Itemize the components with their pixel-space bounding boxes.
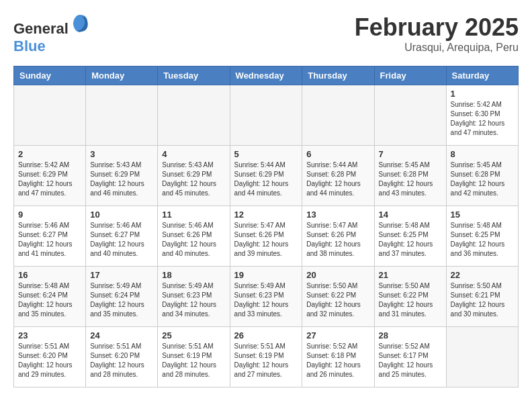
calendar-day-cell: 9Sunrise: 5:46 AM Sunset: 6:27 PM Daylig… — [14, 206, 86, 267]
calendar-day-cell: 2Sunrise: 5:42 AM Sunset: 6:29 PM Daylig… — [14, 146, 86, 206]
day-info: Sunrise: 5:44 AM Sunset: 6:29 PM Dayligh… — [234, 161, 298, 198]
calendar-day-cell: 20Sunrise: 5:50 AM Sunset: 6:22 PM Dayli… — [302, 267, 374, 327]
day-info: Sunrise: 5:49 AM Sunset: 6:23 PM Dayligh… — [162, 281, 225, 319]
day-number: 10 — [90, 210, 153, 220]
day-number: 21 — [379, 270, 442, 280]
day-info: Sunrise: 5:50 AM Sunset: 6:22 PM Dayligh… — [306, 281, 369, 319]
weekday-header-sunday: Sunday — [14, 66, 86, 85]
day-number: 16 — [18, 270, 81, 280]
day-number: 8 — [451, 149, 514, 159]
calendar-day-cell: 6Sunrise: 5:44 AM Sunset: 6:28 PM Daylig… — [302, 146, 374, 206]
day-number: 4 — [162, 149, 225, 159]
day-info: Sunrise: 5:50 AM Sunset: 6:21 PM Dayligh… — [451, 281, 514, 319]
day-info: Sunrise: 5:46 AM Sunset: 6:26 PM Dayligh… — [162, 221, 225, 259]
day-info: Sunrise: 5:52 AM Sunset: 6:17 PM Dayligh… — [379, 342, 442, 379]
day-number: 19 — [234, 270, 298, 280]
calendar-day-cell: 12Sunrise: 5:47 AM Sunset: 6:26 PM Dayli… — [230, 206, 302, 267]
calendar-day-cell: 24Sunrise: 5:51 AM Sunset: 6:20 PM Dayli… — [86, 327, 158, 387]
day-info: Sunrise: 5:51 AM Sunset: 6:19 PM Dayligh… — [234, 342, 298, 379]
day-info: Sunrise: 5:52 AM Sunset: 6:18 PM Dayligh… — [306, 342, 369, 379]
day-number: 26 — [234, 330, 298, 340]
weekday-header-tuesday: Tuesday — [158, 66, 230, 85]
page-header: General Blue February 2025 Urasqui, Areq… — [13, 13, 519, 55]
calendar-day-cell: 28Sunrise: 5:52 AM Sunset: 6:17 PM Dayli… — [374, 327, 446, 387]
calendar-day-cell: 19Sunrise: 5:49 AM Sunset: 6:23 PM Dayli… — [230, 267, 302, 327]
weekday-header-monday: Monday — [86, 66, 158, 85]
day-number: 14 — [379, 210, 442, 220]
day-number: 15 — [451, 210, 514, 220]
calendar-day-cell — [374, 85, 446, 146]
calendar-week-row: 1Sunrise: 5:42 AM Sunset: 6:30 PM Daylig… — [14, 85, 519, 146]
calendar-day-cell — [446, 327, 518, 387]
calendar-day-cell: 18Sunrise: 5:49 AM Sunset: 6:23 PM Dayli… — [158, 267, 230, 327]
calendar-week-row: 16Sunrise: 5:48 AM Sunset: 6:24 PM Dayli… — [14, 267, 519, 327]
day-info: Sunrise: 5:51 AM Sunset: 6:19 PM Dayligh… — [162, 342, 225, 379]
day-info: Sunrise: 5:51 AM Sunset: 6:20 PM Dayligh… — [90, 342, 153, 379]
calendar-day-cell: 7Sunrise: 5:45 AM Sunset: 6:28 PM Daylig… — [374, 146, 446, 206]
page-subtitle: Urasqui, Arequipa, Peru — [355, 42, 519, 54]
day-number: 13 — [306, 210, 369, 220]
day-number: 23 — [18, 330, 81, 340]
calendar-day-cell — [302, 85, 374, 146]
calendar-week-row: 2Sunrise: 5:42 AM Sunset: 6:29 PM Daylig… — [14, 146, 519, 206]
weekday-header-wednesday: Wednesday — [230, 66, 302, 85]
day-number: 24 — [90, 330, 153, 340]
calendar-week-row: 9Sunrise: 5:46 AM Sunset: 6:27 PM Daylig… — [14, 206, 519, 267]
calendar-day-cell: 10Sunrise: 5:46 AM Sunset: 6:27 PM Dayli… — [86, 206, 158, 267]
calendar-day-cell: 4Sunrise: 5:43 AM Sunset: 6:29 PM Daylig… — [158, 146, 230, 206]
logo-blue: Blue — [13, 38, 46, 54]
calendar-day-cell: 22Sunrise: 5:50 AM Sunset: 6:21 PM Dayli… — [446, 267, 518, 327]
day-number: 25 — [162, 330, 225, 340]
day-info: Sunrise: 5:43 AM Sunset: 6:29 PM Dayligh… — [90, 161, 153, 198]
calendar-day-cell — [158, 85, 230, 146]
day-info: Sunrise: 5:48 AM Sunset: 6:25 PM Dayligh… — [379, 221, 442, 259]
day-number: 27 — [306, 330, 369, 340]
day-info: Sunrise: 5:47 AM Sunset: 6:26 PM Dayligh… — [234, 221, 298, 259]
calendar-day-cell: 21Sunrise: 5:50 AM Sunset: 6:22 PM Dayli… — [374, 267, 446, 327]
day-info: Sunrise: 5:48 AM Sunset: 6:25 PM Dayligh… — [451, 221, 514, 259]
day-number: 2 — [18, 149, 81, 159]
day-info: Sunrise: 5:50 AM Sunset: 6:22 PM Dayligh… — [379, 281, 442, 319]
day-info: Sunrise: 5:46 AM Sunset: 6:27 PM Dayligh… — [18, 221, 81, 259]
day-number: 5 — [234, 149, 298, 159]
day-number: 6 — [306, 149, 369, 159]
day-number: 20 — [306, 270, 369, 280]
calendar-day-cell: 1Sunrise: 5:42 AM Sunset: 6:30 PM Daylig… — [446, 85, 518, 146]
day-number: 11 — [162, 210, 225, 220]
day-info: Sunrise: 5:42 AM Sunset: 6:29 PM Dayligh… — [18, 161, 81, 198]
day-number: 1 — [451, 89, 514, 99]
calendar-day-cell: 13Sunrise: 5:47 AM Sunset: 6:26 PM Dayli… — [302, 206, 374, 267]
calendar-day-cell: 16Sunrise: 5:48 AM Sunset: 6:24 PM Dayli… — [14, 267, 86, 327]
calendar-day-cell: 5Sunrise: 5:44 AM Sunset: 6:29 PM Daylig… — [230, 146, 302, 206]
calendar-day-cell: 3Sunrise: 5:43 AM Sunset: 6:29 PM Daylig… — [86, 146, 158, 206]
day-number: 22 — [451, 270, 514, 280]
calendar-day-cell: 27Sunrise: 5:52 AM Sunset: 6:18 PM Dayli… — [302, 327, 374, 387]
title-block: February 2025 Urasqui, Arequipa, Peru — [355, 13, 519, 54]
calendar-table: SundayMondayTuesdayWednesdayThursdayFrid… — [13, 66, 519, 387]
calendar-day-cell: 14Sunrise: 5:48 AM Sunset: 6:25 PM Dayli… — [374, 206, 446, 267]
weekday-header-saturday: Saturday — [446, 66, 518, 85]
calendar-day-cell: 26Sunrise: 5:51 AM Sunset: 6:19 PM Dayli… — [230, 327, 302, 387]
day-info: Sunrise: 5:45 AM Sunset: 6:28 PM Dayligh… — [379, 161, 442, 198]
day-number: 7 — [379, 149, 442, 159]
calendar-day-cell: 23Sunrise: 5:51 AM Sunset: 6:20 PM Dayli… — [14, 327, 86, 387]
day-info: Sunrise: 5:49 AM Sunset: 6:24 PM Dayligh… — [90, 281, 153, 319]
page-title: February 2025 — [355, 13, 519, 42]
day-number: 28 — [379, 330, 442, 340]
day-info: Sunrise: 5:44 AM Sunset: 6:28 PM Dayligh… — [306, 161, 369, 198]
day-info: Sunrise: 5:42 AM Sunset: 6:30 PM Dayligh… — [451, 100, 514, 138]
day-number: 9 — [18, 210, 81, 220]
day-info: Sunrise: 5:49 AM Sunset: 6:23 PM Dayligh… — [234, 281, 298, 319]
day-info: Sunrise: 5:43 AM Sunset: 6:29 PM Dayligh… — [162, 161, 225, 198]
calendar-day-cell — [230, 85, 302, 146]
day-info: Sunrise: 5:51 AM Sunset: 6:20 PM Dayligh… — [18, 342, 81, 379]
calendar-day-cell: 15Sunrise: 5:48 AM Sunset: 6:25 PM Dayli… — [446, 206, 518, 267]
calendar-day-cell — [86, 85, 158, 146]
day-info: Sunrise: 5:48 AM Sunset: 6:24 PM Dayligh… — [18, 281, 81, 319]
day-info: Sunrise: 5:45 AM Sunset: 6:28 PM Dayligh… — [451, 161, 514, 198]
calendar-header-row: SundayMondayTuesdayWednesdayThursdayFrid… — [14, 66, 519, 85]
calendar-day-cell: 25Sunrise: 5:51 AM Sunset: 6:19 PM Dayli… — [158, 327, 230, 387]
calendar-day-cell: 8Sunrise: 5:45 AM Sunset: 6:28 PM Daylig… — [446, 146, 518, 206]
day-number: 18 — [162, 270, 225, 280]
calendar-day-cell: 11Sunrise: 5:46 AM Sunset: 6:26 PM Dayli… — [158, 206, 230, 267]
